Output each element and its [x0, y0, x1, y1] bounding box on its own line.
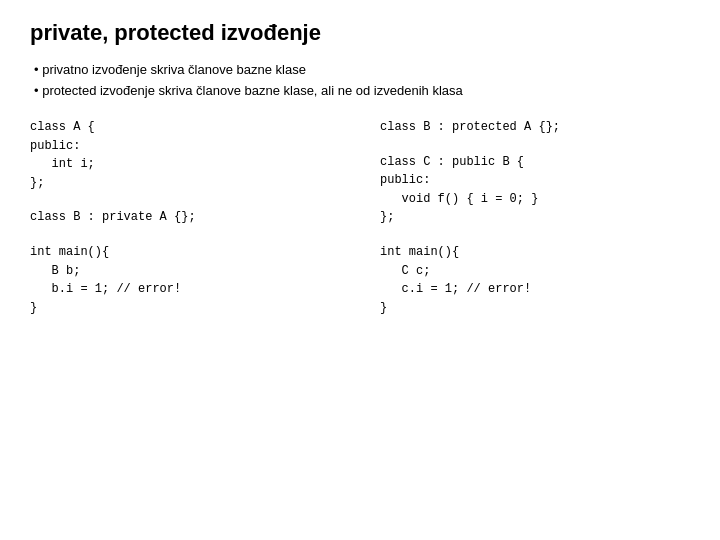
page-container: private, protected izvođenje • privatno …	[0, 0, 720, 540]
right-code-block-2: class C : public B { public: void f() { …	[380, 153, 690, 227]
bullet-points: • privatno izvođenje skriva članove bazn…	[30, 62, 690, 98]
page-title: private, protected izvođenje	[30, 20, 690, 46]
bullet-item-2: • protected izvođenje skriva članove baz…	[30, 83, 690, 98]
left-code-column: class A { public: int i; }; class B : pr…	[30, 118, 340, 333]
right-code-block-3: int main(){ C c; c.i = 1; // error! }	[380, 243, 690, 317]
left-code-block-3: int main(){ B b; b.i = 1; // error! }	[30, 243, 340, 317]
left-code-block-1: class A { public: int i; };	[30, 118, 340, 192]
bullet-item-1: • privatno izvođenje skriva članove bazn…	[30, 62, 690, 77]
code-section: class A { public: int i; }; class B : pr…	[30, 118, 690, 333]
left-code-block-2: class B : private A {};	[30, 208, 340, 227]
right-code-block-1: class B : protected A {};	[380, 118, 690, 137]
right-code-column: class B : protected A {}; class C : publ…	[380, 118, 690, 333]
